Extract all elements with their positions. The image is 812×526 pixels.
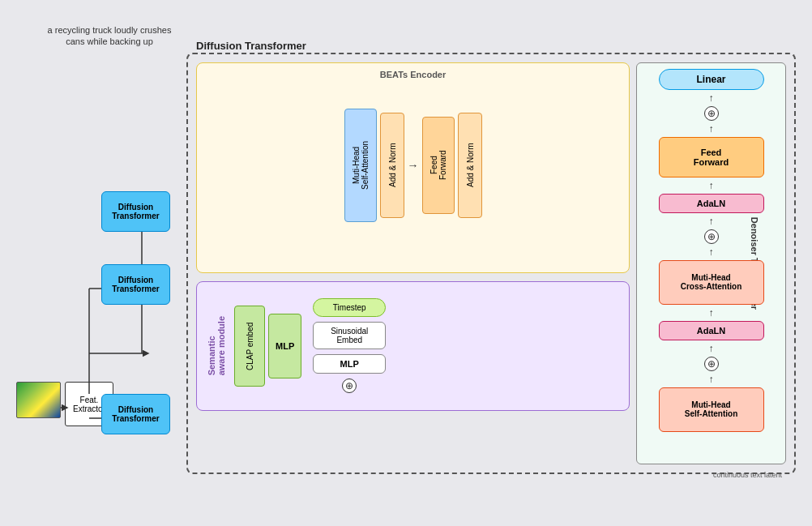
adaln-box-2: AdaLN: [659, 321, 764, 340]
self-attention-box: Muti-Head Self-Attention: [659, 387, 764, 432]
plus-circle-3: ⊕: [704, 357, 719, 371]
right-main-box: Diffusion Transformer BEATs Encoder Muti…: [186, 53, 796, 474]
adaln-box-1: AdaLN: [659, 194, 764, 213]
sinusoidal-box: Sinusoidal Embed: [313, 322, 386, 349]
caption-text: a recycling truck loudly crushes cans wh…: [45, 24, 174, 48]
plus-circle-1: ⊕: [704, 106, 719, 121]
cross-attention-box: Muti-Head Cross-Attention: [659, 260, 764, 305]
add-norm-2-box: Add & Norm: [458, 113, 482, 218]
beats-encoder: BEATs Encoder Muti-Head Self-Attention A…: [196, 62, 630, 273]
timestep-box: Timestep: [313, 298, 386, 317]
arrow-down-6: ↑: [709, 308, 714, 318]
linear-box: Linear: [659, 69, 764, 90]
semantic-inner: CLAP embed MLP Timestep Sinusoid: [234, 298, 622, 393]
beats-arrow-1: →: [408, 159, 419, 172]
muti-head-self-attention-box: Muti-Head Self-Attention: [344, 109, 377, 222]
denoiser-section: Linear ↑ ⊕ ↑ Feed Forward ↑ AdaLN ↑ ⊕ ↑: [636, 62, 786, 464]
clap-embed-box: CLAP embed: [234, 306, 265, 387]
diff-transformer-3: Diffusion Transformer: [101, 394, 170, 434]
middle-section: BEATs Encoder Muti-Head Self-Attention A…: [196, 62, 630, 464]
diagram-wrapper: a recycling truck loudly crushes cans wh…: [16, 24, 796, 502]
left-section: a recycling truck loudly crushes cans wh…: [16, 24, 178, 502]
diff-transformer-2: Diffusion Transformer: [101, 264, 170, 305]
continuous-label: continuous text latent: [713, 471, 782, 479]
beats-inner: Muti-Head Self-Attention Add & Norm → Fe…: [203, 84, 622, 246]
spectrogram-left: [16, 382, 61, 418]
feat-extractor-label: Feat. Extractor: [73, 396, 105, 413]
dt-box-1: Diffusion Transformer: [101, 191, 178, 232]
add-norm-1-box: Add & Norm: [380, 113, 404, 218]
mlp-box: MLP: [268, 314, 301, 378]
arrow-down-7: ↑: [709, 344, 714, 353]
arrow-down-8: ↑: [709, 374, 714, 384]
left-flow: Feat. Extractor ⊕: [16, 53, 178, 443]
arrow-down-2: ↑: [709, 124, 714, 134]
main-container: a recycling truck loudly crushes cans wh…: [0, 0, 812, 526]
semantic-label: Semantic aware module: [203, 316, 229, 375]
beats-label: BEATs Encoder: [203, 70, 622, 79]
dt-box-3: Diffusion Transformer: [101, 394, 178, 434]
arrow-down-1: ↑: [709, 93, 714, 103]
dt-box-2: Diffusion Transformer: [101, 264, 178, 305]
arrow-down-3: ↑: [709, 181, 714, 190]
mlp-box-2: MLP: [313, 354, 386, 374]
denoiser-content: Linear ↑ ⊕ ↑ Feed Forward ↑ AdaLN ↑ ⊕ ↑: [636, 62, 786, 438]
feed-forward-box-beats: Feed Forward: [422, 117, 455, 214]
arrow-down-4: ↑: [709, 216, 714, 226]
dt-main-label: Diffusion Transformer: [196, 40, 306, 52]
plus-circle-2: ⊕: [704, 229, 719, 244]
timestep-col: Timestep Sinusoidal Embed MLP ⊕: [313, 298, 386, 393]
feed-forward-denoiser: Feed Forward: [659, 137, 764, 177]
arrow-down-5: ↑: [709, 247, 714, 257]
semantic-module: Semantic aware module CLAP embed MLP Tim…: [196, 281, 630, 411]
plus-circle-semantic: ⊕: [342, 378, 357, 393]
diff-transformer-1: Diffusion Transformer: [101, 191, 170, 232]
